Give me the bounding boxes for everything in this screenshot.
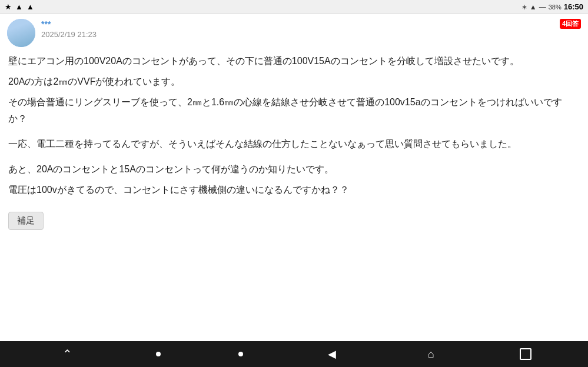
wifi-status-icon: ▲: [530, 3, 537, 11]
battery-text: 38%: [549, 4, 562, 11]
nav-square[interactable]: [520, 348, 531, 360]
signal-icon: ―: [539, 3, 546, 11]
post-meta: *** 4回答 2025/2/19 21:23: [41, 19, 581, 39]
post-paragraph-4: 一応、電工二種を持ってるんですが、そういえばそんな結線の仕方したことないなぁって…: [8, 136, 580, 152]
post-date: 2025/2/19 21:23: [41, 30, 581, 39]
nav-dot-2[interactable]: [238, 352, 243, 356]
alarm-icon: ▲: [26, 2, 34, 11]
status-bar-right: ∗ ▲ ― 38% 16:50: [521, 2, 583, 11]
nav-bar: ⌃ ◀ ⌂: [0, 341, 588, 367]
wifi-icon: ▲: [15, 2, 23, 11]
post-user: ***: [41, 19, 51, 29]
post-paragraph-5: あと、20Aのコンセントと15Aのコンセントって何が違うのか知りたいです。: [8, 161, 580, 177]
post-header: *** 4回答 2025/2/19 21:23: [0, 14, 588, 49]
post-paragraph-1: 壁にエアコン用の100V20Aのコンセントがあって、その下に普通の100V15A…: [8, 53, 580, 69]
supplement-button[interactable]: 補足: [8, 212, 44, 230]
post-body: 壁にエアコン用の100V20Aのコンセントがあって、その下に普通の100V15A…: [0, 49, 588, 208]
nav-dot-1[interactable]: [156, 352, 161, 356]
nav-triangle-back[interactable]: ◀: [321, 343, 343, 365]
avatar: [7, 19, 35, 47]
content-area: *** 4回答 2025/2/19 21:23 壁にエアコン用の100V20Aの…: [0, 14, 588, 341]
reply-count-badge: 4回答: [560, 19, 581, 29]
nav-back-chevron[interactable]: ⌃: [57, 343, 78, 365]
post-paragraph-6: 電圧は100vがきてるので、コンセントにさす機械側の違いになるんですかね？？: [8, 182, 580, 198]
bluetooth-icon: ★: [5, 2, 12, 11]
post-paragraph-2: 20Aの方は2㎜のVVFが使われています。: [8, 74, 580, 89]
post-paragraph-3: その場合普通にリングスリーブを使って、2㎜と1.6㎜の心線を結線させ分岐させて普…: [8, 94, 580, 126]
status-time: 16:50: [564, 2, 583, 11]
bluetooth-status-icon: ∗: [521, 3, 527, 11]
nav-home[interactable]: ⌂: [420, 343, 441, 365]
status-bar-left: ★ ▲ ▲: [5, 2, 34, 11]
status-bar: ★ ▲ ▲ ∗ ▲ ― 38% 16:50: [0, 0, 588, 14]
